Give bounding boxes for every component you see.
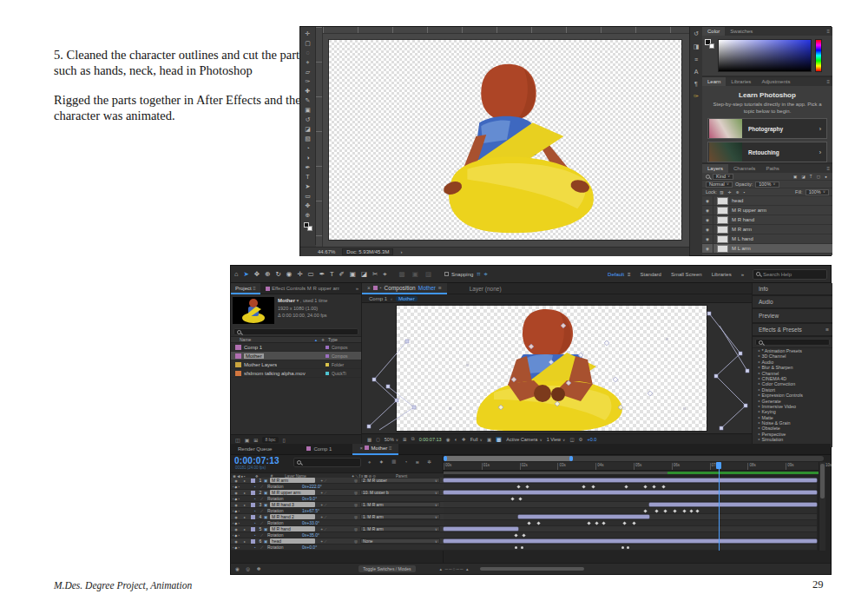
lock-icons[interactable]: ▨ ✛ ⊕ ▪ (720, 190, 746, 195)
dodge-tool-icon[interactable]: ◑ (306, 153, 309, 162)
keyframe-icon[interactable] (695, 509, 699, 512)
layer-duration-bar[interactable] (444, 539, 817, 543)
timeline-zoom-slider[interactable]: ▴ ──○── ▴ (440, 566, 470, 571)
kind-filter-select[interactable]: Kind∨ (713, 174, 733, 180)
new-composition-icon[interactable]: ⊞ (253, 437, 258, 443)
trash-icon[interactable]: ▯ (283, 437, 286, 443)
character-panel-icon[interactable]: A (694, 69, 699, 75)
column-name[interactable]: Name (240, 337, 251, 342)
blur-tool-icon[interactable]: ◔ (306, 143, 309, 153)
transparency-grid-icon[interactable]: ▩ (496, 437, 502, 442)
layer-row[interactable]: ◉▸3▣M R hand 3✦ ⟋◎1. M R arm∨ (231, 502, 444, 508)
keyframe-icon[interactable] (521, 546, 523, 549)
keyframe-icon[interactable] (627, 546, 629, 549)
tab-render-queue[interactable]: Render Queue (231, 446, 279, 452)
keyframe-nav-icons[interactable]: ‹◆› (233, 509, 246, 513)
keyframe-nav-icons[interactable]: ‹◆› (233, 545, 246, 550)
brush-tool-icon[interactable]: ✎ (306, 96, 311, 105)
exposure-value[interactable]: +0.0 (588, 437, 597, 442)
tab-learn[interactable]: Learn (702, 77, 726, 86)
eraser-tool-icon[interactable]: ◪ (305, 124, 311, 134)
keyframe-icon[interactable] (526, 485, 529, 488)
panel-menu-icon[interactable]: ≡ (826, 79, 830, 84)
foreground-background-swatch[interactable] (304, 222, 312, 231)
keyframe-icon[interactable] (595, 521, 598, 525)
layer-duration-bar[interactable] (518, 515, 649, 518)
keyframe-icon[interactable] (602, 521, 606, 525)
property-value[interactable]: 0x+222.0° (302, 484, 322, 489)
quick-selection-tool-icon[interactable]: ⌖ (306, 57, 310, 67)
stopwatch-icon[interactable]: ◔ (253, 497, 260, 501)
keyframe-nav-icons[interactable]: ‹◆› (233, 533, 246, 538)
layer-row[interactable]: ◉head (702, 196, 832, 206)
property-row[interactable]: ‹◆›◔⟋Rotation1x+67.5° (231, 508, 444, 514)
hand-tool-icon[interactable]: ✥ (306, 201, 311, 210)
property-value[interactable]: 1x+67.5° (302, 508, 319, 513)
parent-pickwhip-icon[interactable]: ◎ (352, 527, 360, 531)
keyframe-icon[interactable] (515, 546, 517, 549)
home-icon[interactable]: ⌂ (234, 270, 239, 278)
comp-timecode[interactable]: 0:00:07:13 (419, 437, 442, 442)
layer-row[interactable]: ◉M R upper arm (702, 206, 832, 215)
panel-menu-icon[interactable]: ≡ (438, 285, 442, 291)
clone-stamp-tool-icon[interactable]: ▣ (350, 270, 356, 278)
panel-info[interactable]: Info (753, 283, 832, 296)
paragraph-panel-icon[interactable]: ¶ (694, 81, 698, 87)
time-navigator-thumb[interactable] (444, 456, 573, 461)
snapping-toggle[interactable]: Snapping (444, 272, 473, 277)
workspace-default[interactable]: Default (608, 272, 624, 277)
keyframe-icon[interactable] (632, 521, 635, 525)
libraries-icon[interactable]: ✑ (694, 93, 699, 100)
clone-stamp-tool-icon[interactable]: ▣ (305, 105, 311, 115)
gradient-tool-icon[interactable]: ▧ (305, 134, 311, 143)
ps-zoom-level[interactable]: 44.67% (318, 249, 335, 254)
shape-tool-icon[interactable]: ▭ (308, 270, 314, 278)
new-folder-icon[interactable]: ▣ (245, 437, 250, 443)
pen-tool-icon[interactable]: ✒ (319, 270, 325, 278)
toggle-switches-hint[interactable]: Toggle Switches / Modes (358, 565, 415, 572)
layer-duration-bar[interactable] (444, 491, 817, 494)
eyedropper-tool-icon[interactable]: ✑ (306, 76, 311, 86)
workspace-libraries[interactable]: Libraries (712, 272, 732, 277)
camera-tool-icon[interactable]: ◉ (286, 270, 293, 278)
playhead[interactable] (719, 462, 720, 551)
layer-duration-bar[interactable] (444, 479, 817, 482)
visibility-eye-icon[interactable]: ◉ (702, 215, 713, 225)
snap-grid-icon[interactable]: ⌖ (484, 270, 488, 279)
sort-arrow-icon[interactable]: ▲ (314, 338, 318, 342)
workspace-small-screen[interactable]: Small Screen (671, 272, 702, 277)
workspace-menu-icon[interactable]: ≡ (628, 272, 631, 277)
interpret-footage-icon[interactable]: ◫ (235, 437, 240, 443)
layer-row[interactable]: ◉M R hand (702, 215, 832, 225)
visibility-eye-icon[interactable]: ◉ (702, 225, 713, 234)
tab-layers[interactable]: Layers (702, 164, 728, 173)
keyframe-icon[interactable] (621, 546, 624, 549)
keyframe-icon[interactable] (528, 521, 531, 525)
timeline-mode-icons[interactable]: ◉ ◎ ✽ (235, 566, 263, 571)
keyframe-nav-icons[interactable]: ‹◆› (233, 521, 246, 525)
type-tool-icon[interactable]: T (306, 172, 309, 182)
panel-menu-icon[interactable]: ≡ (826, 29, 830, 34)
tab-overflow-icon[interactable]: » (356, 286, 358, 291)
filter-type-icons[interactable]: ▣ ◪ T ▢ ● (793, 175, 829, 179)
path-selection-tool-icon[interactable]: ➤ (306, 182, 311, 191)
camera-select[interactable]: Active Camera∨ (506, 437, 542, 442)
roto-brush-tool-icon[interactable]: ✂ (372, 270, 378, 278)
property-value[interactable]: 0x+33.0° (302, 520, 319, 525)
parent-pickwhip-icon[interactable]: ◎ (352, 491, 360, 495)
layer-name[interactable]: head (270, 538, 315, 544)
twirl-icon[interactable]: ▸ (244, 539, 249, 544)
opacity-select[interactable]: 100%∨ (755, 182, 779, 188)
fill-select[interactable]: 100%∨ (806, 189, 829, 195)
visibility-eye-icon[interactable]: ◉ (702, 244, 713, 254)
panel-audio[interactable]: Audio (753, 296, 832, 309)
tab-adjustments[interactable]: Adjustments (756, 77, 795, 86)
keyframe-nav-icons[interactable]: ‹◆› (233, 497, 246, 501)
layer-row[interactable]: ◉▸6▣head✦ ⟋◎None∨ (231, 538, 444, 545)
tab-comp1[interactable]: Comp 1 (299, 446, 339, 452)
resolution-select[interactable]: Full∨ (470, 437, 483, 442)
history-icon[interactable]: ↺ (694, 30, 699, 37)
panel-preview[interactable]: Preview (753, 309, 832, 324)
layer-duration-bar[interactable] (649, 503, 818, 506)
property-row[interactable]: ‹◆›◔⟋Rotation0x+35.0° (231, 532, 444, 538)
